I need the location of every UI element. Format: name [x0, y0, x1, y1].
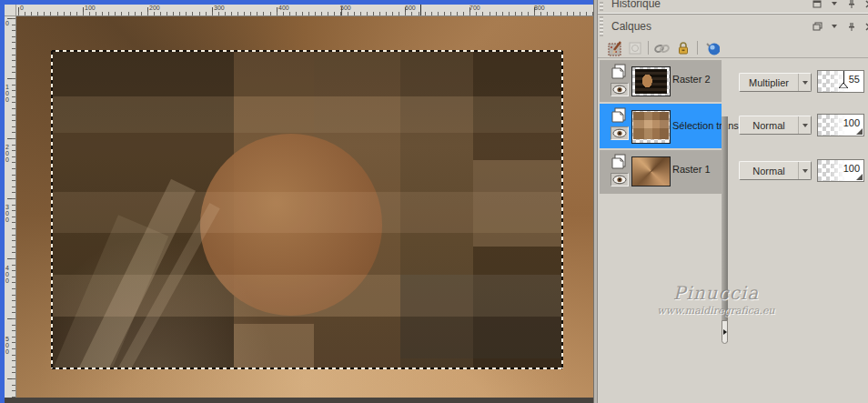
layers-palette-header[interactable]: Calques — [598, 15, 868, 38]
pin-icon[interactable] — [845, 21, 858, 32]
ruler-label: 500 — [5, 336, 12, 355]
canvas-area[interactable] — [16, 16, 593, 398]
layer-row-raster2[interactable]: Raster 2 — [600, 60, 722, 102]
dropdown-arrow-icon[interactable] — [828, 0, 841, 9]
layers-list: Raster 2 Sélection trans Raster 1 — [598, 58, 868, 403]
watermark: Pinuccia www.maidiregrafica.eu — [616, 282, 816, 317]
grip-icon — [600, 16, 603, 36]
window-bottom-edge — [5, 398, 593, 403]
opacity-slider[interactable]: 55 — [817, 70, 864, 93]
window-border — [0, 0, 593, 5]
selection-marquee — [51, 51, 53, 368]
opacity-slider[interactable]: 100 — [817, 159, 864, 182]
cascade-icon[interactable] — [811, 21, 823, 32]
layer-thumbnail[interactable] — [631, 156, 671, 186]
pin-icon[interactable] — [845, 0, 858, 9]
selection-marquee — [52, 368, 562, 369]
toolbar-separator — [697, 41, 698, 55]
layer-pages-icon — [611, 107, 629, 128]
palettes-panel: Historique Calques — [598, 0, 868, 403]
splitter-arrow-icon — [723, 329, 727, 335]
ruler-label: 300 — [214, 5, 225, 12]
opacity-grip-icon[interactable] — [856, 128, 863, 135]
ruler-label: 100 — [85, 5, 96, 12]
layer-pages-icon — [611, 64, 629, 85]
ruler-ticks — [18, 12, 593, 15]
blend-mode-select[interactable]: Normal — [739, 116, 812, 135]
dropdown-arrow-icon[interactable] — [798, 116, 811, 134]
watermark-name: Pinuccia — [616, 282, 816, 304]
eye-icon[interactable] — [611, 173, 629, 186]
mosaic-band — [52, 51, 562, 96]
eye-icon[interactable] — [611, 126, 629, 140]
ruler-label: 500 — [340, 5, 351, 12]
dropdown-arrow-icon[interactable] — [798, 162, 811, 179]
close-icon[interactable] — [863, 0, 868, 9]
ruler-label: 600 — [405, 5, 416, 12]
ruler-label: 0 — [20, 5, 24, 12]
edit-selection-icon[interactable] — [607, 40, 623, 56]
opacity-slider[interactable]: 100 — [817, 114, 864, 136]
eye-icon[interactable] — [611, 83, 629, 96]
ruler-position-indicator — [420, 5, 421, 16]
opacity-grip-icon[interactable] — [856, 174, 863, 180]
dropdown-arrow-icon[interactable] — [828, 21, 841, 32]
layers-palette-title: Calques — [611, 20, 651, 33]
window-border — [0, 0, 5, 403]
ruler-label: 700 — [469, 5, 480, 12]
horizontal-ruler[interactable]: 0 100 200 300 400 500 600 700 800 — [16, 5, 593, 16]
canvas-window: 0 100 200 300 400 500 600 700 800 0 100 … — [0, 0, 593, 403]
layer-row-raster1[interactable]: Raster 1 — [600, 150, 722, 194]
ruler-label: 400 — [5, 265, 12, 284]
layer-pages-icon — [611, 154, 629, 175]
close-icon[interactable] — [863, 21, 868, 32]
layer-thumbnail[interactable] — [631, 66, 671, 96]
link-layers-icon[interactable] — [653, 40, 670, 56]
opacity-slider-thumb[interactable] — [839, 76, 848, 92]
ruler-label: 300 — [5, 204, 12, 223]
grip-icon — [600, 2, 603, 11]
splitter-handle[interactable] — [722, 320, 728, 344]
ruler-label: 800 — [534, 5, 545, 12]
mosaic-band — [52, 96, 562, 133]
ruler-corner — [5, 5, 16, 16]
sphere-icon[interactable] — [703, 40, 720, 56]
selection-marquee — [52, 50, 562, 52]
ruler-label: 200 — [149, 5, 160, 12]
mosaic-block — [400, 275, 562, 358]
vertical-ruler[interactable]: 0 100 200 300 400 500 — [5, 16, 16, 398]
ruler-ticks — [12, 18, 15, 398]
lock-icon[interactable] — [675, 40, 691, 56]
toolbar-separator — [648, 41, 649, 55]
ruler-label: 100 — [5, 84, 12, 103]
history-palette-title: Historique — [611, 0, 661, 10]
blend-mode-select[interactable]: Multiplier — [739, 73, 812, 92]
blend-mode-select[interactable]: Normal — [739, 161, 812, 180]
mosaic-block — [473, 160, 562, 247]
light-glow — [52, 233, 279, 368]
restore-icon[interactable] — [811, 0, 823, 9]
layer-name: Raster 1 — [672, 164, 711, 175]
layer-name: Sélection trans — [672, 120, 739, 131]
selection-marquee — [561, 51, 563, 368]
ruler-label: 400 — [278, 5, 289, 12]
ruler-label: 0 — [5, 20, 12, 26]
selection-region[interactable] — [52, 51, 562, 368]
layer-row-selection-trans[interactable]: Sélection trans — [600, 104, 722, 148]
mask-icon — [627, 40, 643, 56]
history-palette-header[interactable]: Historique — [598, 0, 868, 13]
layers-toolbar — [598, 38, 868, 58]
layer-name: Raster 2 — [672, 74, 711, 85]
ruler-label: 200 — [5, 144, 12, 163]
dropdown-arrow-icon[interactable] — [798, 74, 811, 91]
layer-thumbnail[interactable] — [631, 110, 671, 144]
watermark-url: www.maidiregrafica.eu — [616, 305, 816, 317]
